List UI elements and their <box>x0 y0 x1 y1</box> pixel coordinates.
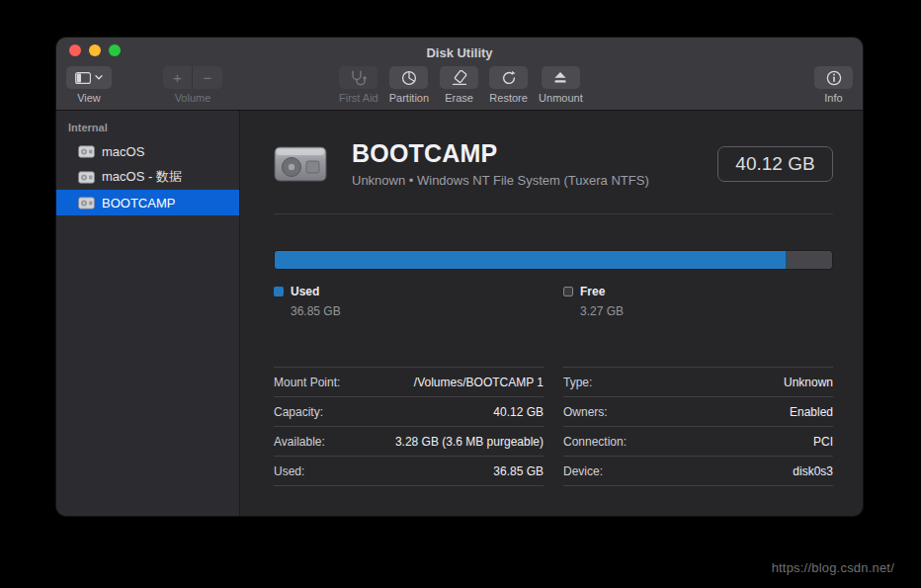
unmount-button[interactable] <box>542 66 580 89</box>
partition-tool: Partition <box>389 66 429 104</box>
details-left-column: Mount Point: /Volumes/BOOTCAMP 1 Capacit… <box>274 367 544 486</box>
free-value: 3.27 GB <box>580 304 833 318</box>
restore-label: Restore <box>489 92 528 104</box>
sidebar-item-label: macOS - 数据 <box>102 168 182 186</box>
info-icon <box>826 70 842 86</box>
detail-label: Device: <box>563 464 603 478</box>
capacity-badge: 40.12 GB <box>717 146 833 182</box>
main-panel: BOOTCAMP Unknown • Windows NT File Syste… <box>240 111 863 516</box>
sidebar-section-header: Internal <box>56 120 239 138</box>
erase-tool: Erase <box>440 66 478 104</box>
table-row: Available: 3.28 GB (3.6 MB purgeable) <box>274 427 544 457</box>
remove-volume-button[interactable]: − <box>193 66 222 89</box>
details-table: Mount Point: /Volumes/BOOTCAMP 1 Capacit… <box>274 367 833 486</box>
volume-title: BOOTCAMP <box>352 139 649 168</box>
restore-tool: Restore <box>489 66 528 104</box>
titlebar: Disk Utility <box>56 38 863 61</box>
partition-label: Partition <box>389 92 429 104</box>
detail-label: Capacity: <box>274 405 323 419</box>
detail-label: Owners: <box>563 405 608 419</box>
table-row: Device: disk0s3 <box>563 457 833 486</box>
desktop-background: Disk Utility View <box>0 0 921 588</box>
detail-label: Used: <box>274 464 304 478</box>
usage-bar <box>274 250 833 270</box>
detail-value: /Volumes/BOOTCAMP 1 <box>414 376 544 389</box>
minimize-button[interactable] <box>89 44 101 56</box>
window-header: Disk Utility View <box>56 38 863 111</box>
used-label: Used <box>291 285 319 298</box>
free-label: Free <box>580 285 605 298</box>
section-divider <box>274 213 833 214</box>
usage-bar-used <box>275 251 787 269</box>
volume-icon <box>78 145 95 158</box>
erase-icon <box>451 70 468 86</box>
detail-label: Available: <box>274 435 325 449</box>
volume-tool: + − Volume <box>163 66 222 104</box>
used-value: 36.85 GB <box>291 304 544 318</box>
restore-icon <box>501 70 517 86</box>
table-row: Type: Unknown <box>563 368 833 397</box>
first-aid-label: First Aid <box>339 92 378 104</box>
add-volume-button[interactable]: + <box>163 66 193 89</box>
volume-text: BOOTCAMP Unknown • Windows NT File Syste… <box>352 139 649 188</box>
info-button[interactable] <box>814 66 853 89</box>
details-right-column: Type: Unknown Owners: Enabled Connection… <box>563 367 833 486</box>
table-row: Mount Point: /Volumes/BOOTCAMP 1 <box>274 368 544 397</box>
erase-label: Erase <box>445 92 473 104</box>
toolbar: View + − Volume <box>56 61 863 110</box>
unmount-icon <box>553 71 567 84</box>
disk-utility-window: Disk Utility View <box>56 38 863 516</box>
detail-label: Type: <box>563 376 592 389</box>
first-aid-icon <box>350 70 368 86</box>
detail-label: Mount Point: <box>274 376 340 389</box>
table-row: Owners: Enabled <box>563 397 833 427</box>
volume-label: Volume <box>175 92 211 104</box>
first-aid-button[interactable] <box>339 66 377 89</box>
window-controls <box>69 38 121 63</box>
chevron-down-icon <box>95 75 103 80</box>
view-label: View <box>77 92 101 104</box>
unmount-label: Unmount <box>539 92 583 104</box>
detail-value: Enabled <box>790 405 833 419</box>
zoom-button[interactable] <box>109 44 121 56</box>
usage-legend: Used 36.85 GB Free 3.27 GB <box>274 285 833 318</box>
detail-value: 3.28 GB (3.6 MB purgeable) <box>395 435 544 449</box>
window-title: Disk Utility <box>56 40 863 60</box>
sidebar-item-bootcamp[interactable]: BOOTCAMP <box>56 190 239 215</box>
sidebar-item-label: BOOTCAMP <box>102 196 175 210</box>
sidebar-item-macos-data[interactable]: macOS - 数据 <box>56 164 239 190</box>
free-swatch <box>563 287 573 296</box>
table-row: Used: 36.85 GB <box>274 457 544 486</box>
table-row: Connection: PCI <box>563 427 833 457</box>
erase-button[interactable] <box>440 66 478 89</box>
volume-icon <box>78 171 95 184</box>
used-swatch <box>274 287 284 296</box>
partition-button[interactable] <box>389 66 428 89</box>
partition-icon <box>401 70 417 86</box>
restore-button[interactable] <box>489 66 528 89</box>
unmount-tool: Unmount <box>539 66 583 104</box>
detail-value: disk0s3 <box>793 464 833 478</box>
detail-value: 36.85 GB <box>493 464 544 478</box>
sidebar-item-label: macOS <box>102 144 144 159</box>
volume-subtitle: Unknown • Windows NT File System (Tuxera… <box>352 173 649 188</box>
legend-free: Free 3.27 GB <box>563 285 833 318</box>
legend-used: Used 36.85 GB <box>274 285 544 318</box>
volume-segmented-control: + − <box>163 66 222 89</box>
view-tool: View <box>66 66 112 104</box>
detail-value: PCI <box>813 435 833 449</box>
toolbar-main-tools: First Aid Partition <box>339 66 583 104</box>
sidebar: Internal macOS <box>56 111 240 516</box>
table-row: Capacity: 40.12 GB <box>274 397 544 427</box>
view-button[interactable] <box>66 66 112 89</box>
watermark: https://blog.csdn.net/ <box>772 560 894 575</box>
detail-value: 40.12 GB <box>493 405 544 419</box>
info-label: Info <box>824 92 842 104</box>
close-button[interactable] <box>69 44 81 56</box>
disk-icon <box>274 142 327 186</box>
volume-header: BOOTCAMP Unknown • Windows NT File Syste… <box>274 139 833 188</box>
sidebar-item-macos[interactable]: macOS <box>56 138 239 164</box>
detail-value: Unknown <box>784 376 833 389</box>
sidebar-layout-icon <box>75 72 91 84</box>
info-tool: Info <box>814 66 853 104</box>
